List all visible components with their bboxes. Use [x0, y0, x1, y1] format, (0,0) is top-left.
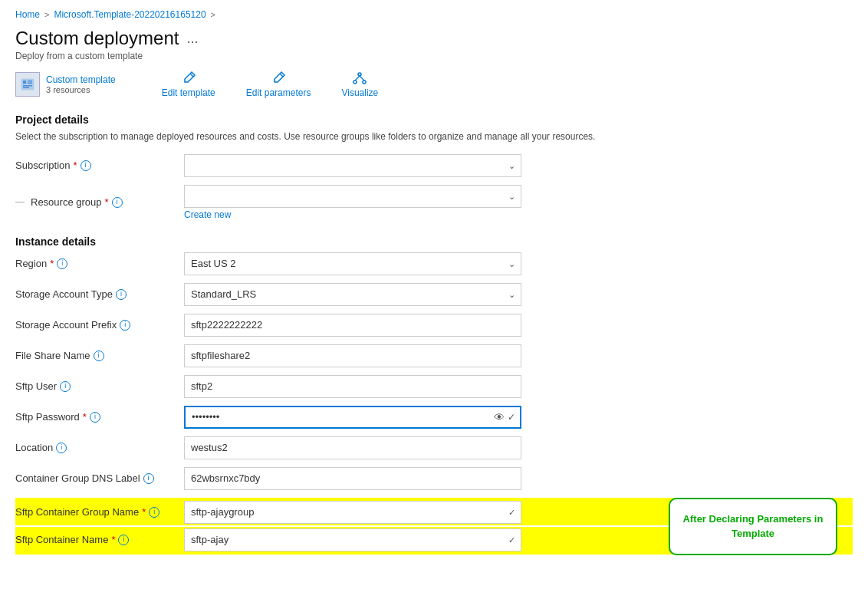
svg-point-8 — [363, 81, 366, 84]
resource-text: Custom template 3 resources — [46, 74, 116, 94]
storage-account-type-row: Storage Account Type i Standard_LRS ⌄ — [15, 283, 853, 306]
sftp-container-name-select[interactable]: sftp-ajay — [184, 528, 521, 551]
password-check-icon: ✓ — [508, 412, 515, 423]
region-select-wrapper: East US 2 ⌄ — [184, 252, 521, 275]
toolbar: Edit template Edit parameters Visualize — [162, 71, 379, 98]
storage-account-type-info-icon[interactable]: i — [116, 289, 127, 300]
location-input[interactable] — [184, 436, 521, 459]
breadcrumb-template[interactable]: Microsoft.Template-20220216165120 — [54, 9, 205, 20]
storage-account-prefix-info-icon[interactable]: i — [120, 320, 130, 331]
sftp-container-name-label: Sftp Container Name * i — [15, 534, 184, 545]
sftp-user-row: Sftp User i — [15, 375, 853, 398]
subscription-info-icon[interactable]: i — [81, 160, 91, 171]
region-row: Region * i East US 2 ⌄ — [15, 252, 853, 275]
sftp-container-group-select-wrapper: sftp-ajaygroup ✓ — [184, 501, 521, 524]
resource-group-info-icon[interactable]: i — [112, 197, 123, 208]
eye-icon[interactable]: 👁 — [494, 411, 505, 423]
location-row: Location i — [15, 436, 853, 459]
callout-box: After Declaring Parameters in Template — [669, 498, 837, 555]
resource-group-row: Resource group * i ⌄ Create new — [15, 185, 853, 220]
location-info-icon[interactable]: i — [56, 443, 67, 453]
location-label: Location i — [15, 442, 184, 453]
resource-group-required: * — [105, 196, 109, 208]
page-title: Custom deployment — [15, 28, 179, 49]
container-group-dns-label: Container Group DNS Label i — [15, 472, 184, 484]
sftp-password-input[interactable] — [184, 406, 521, 429]
storage-account-prefix-input[interactable] — [184, 314, 521, 337]
container-group-dns-info-icon[interactable]: i — [143, 473, 154, 484]
subscription-select[interactable] — [184, 154, 521, 177]
resource-info: Custom template 3 resources — [15, 72, 116, 97]
container-group-dns-input[interactable] — [184, 467, 521, 490]
file-share-name-input[interactable] — [184, 344, 521, 367]
header-bar: Custom template 3 resources Edit templat… — [15, 71, 853, 98]
edit-parameters-button[interactable]: Edit parameters — [246, 71, 311, 98]
sftp-user-input[interactable] — [184, 375, 521, 398]
instance-details-section: Instance details Region * i East US 2 ⌄ — [15, 235, 853, 555]
sftp-container-name-select-wrapper: sftp-ajay ✓ — [184, 528, 521, 551]
edit-template-label: Edit template — [162, 87, 215, 98]
resource-group-select[interactable] — [184, 185, 521, 208]
visualize-label: Visualize — [341, 87, 378, 98]
storage-account-prefix-row: Storage Account Prefix i — [15, 314, 853, 337]
template-icon — [15, 72, 40, 97]
resource-count: 3 resources — [46, 85, 116, 94]
sftp-password-wrapper: 👁 ✓ — [184, 406, 521, 429]
sftp-user-info-icon[interactable]: i — [60, 381, 71, 392]
svg-rect-1 — [23, 81, 26, 84]
sftp-container-group-required: * — [142, 506, 146, 518]
sftp-password-row: Sftp Password * i 👁 ✓ — [15, 406, 853, 429]
sftp-password-label: Sftp Password * i — [15, 411, 184, 423]
subscription-select-wrapper: ⌄ — [184, 154, 521, 177]
region-select[interactable]: East US 2 — [184, 252, 521, 275]
resource-group-label-wrapper: Resource group * i — [15, 196, 184, 208]
sftp-user-label: Sftp User i — [15, 380, 184, 392]
subscription-row: Subscription * i ⌄ — [15, 154, 853, 177]
create-new-link[interactable]: Create new — [184, 209, 521, 220]
visualize-button[interactable]: Visualize — [341, 71, 378, 98]
breadcrumb-sep2: > — [211, 10, 215, 19]
sftp-container-name-info-icon[interactable]: i — [118, 535, 129, 545]
sftp-container-group-name-label: Sftp Container Group Name * i — [15, 506, 184, 518]
file-share-name-label: File Share Name i — [15, 350, 184, 361]
region-label: Region * i — [15, 258, 184, 269]
file-share-name-row: File Share Name i — [15, 344, 853, 367]
storage-account-type-select-wrapper: Standard_LRS ⌄ — [184, 283, 521, 306]
sftp-password-required: * — [83, 411, 87, 423]
callout-text: After Declaring Parameters in Template — [683, 513, 824, 540]
svg-rect-4 — [23, 85, 32, 87]
region-required: * — [50, 258, 54, 269]
breadcrumb-sep1: > — [44, 10, 49, 19]
svg-rect-2 — [28, 81, 32, 82]
resource-link[interactable]: Custom template — [46, 74, 116, 85]
edit-parameters-label: Edit parameters — [246, 87, 311, 98]
region-info-icon[interactable]: i — [57, 258, 67, 269]
subscription-required: * — [74, 160, 77, 171]
sftp-container-group-info-icon[interactable]: i — [149, 507, 159, 518]
sftp-container-group-select[interactable]: sftp-ajaygroup — [184, 501, 521, 524]
project-details-title: Project details — [15, 114, 853, 126]
resource-group-label: Resource group — [31, 196, 102, 208]
sftp-password-info-icon[interactable]: i — [90, 412, 100, 423]
instance-details-title: Instance details — [15, 235, 853, 248]
storage-account-type-select[interactable]: Standard_LRS — [184, 283, 521, 306]
more-options-button[interactable]: ... — [186, 31, 198, 47]
password-icons: 👁 ✓ — [494, 411, 515, 423]
svg-rect-5 — [23, 87, 29, 89]
svg-point-6 — [358, 73, 361, 76]
container-group-dns-row: Container Group DNS Label i — [15, 467, 853, 490]
file-share-name-info-icon[interactable]: i — [94, 351, 104, 361]
page-subtitle: Deploy from a custom template — [15, 51, 853, 61]
breadcrumb: Home > Microsoft.Template-20220216165120… — [15, 9, 853, 20]
project-details-section: Project details Select the subscription … — [15, 114, 853, 220]
edit-template-button[interactable]: Edit template — [162, 71, 215, 98]
project-details-desc: Select the subscription to manage deploy… — [15, 130, 853, 143]
storage-account-type-label: Storage Account Type i — [15, 288, 184, 300]
storage-account-prefix-label: Storage Account Prefix i — [15, 319, 184, 331]
resource-group-select-wrapper: ⌄ — [184, 185, 521, 208]
breadcrumb-home[interactable]: Home — [15, 9, 40, 20]
svg-line-9 — [355, 76, 360, 81]
svg-rect-3 — [28, 83, 32, 84]
subscription-label: Subscription * i — [15, 160, 184, 171]
svg-line-10 — [360, 76, 364, 81]
